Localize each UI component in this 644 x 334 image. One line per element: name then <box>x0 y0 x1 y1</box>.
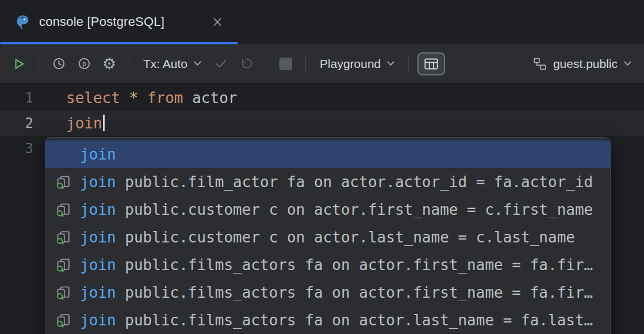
completion-item[interactable]: join public.films_actors fa on actor.las… <box>45 306 610 334</box>
clock-history-icon <box>52 57 66 70</box>
svg-text:p: p <box>82 59 86 68</box>
schema-label: guest.public <box>553 57 618 71</box>
chevron-down-icon <box>624 61 631 66</box>
join-table-icon <box>55 146 72 163</box>
code-token: join <box>66 115 102 132</box>
completion-keyword: join <box>80 229 116 246</box>
join-table-icon <box>55 256 72 274</box>
chevron-down-icon <box>194 61 201 66</box>
console-toolbar: p ⚙ Tx: Auto <box>0 44 644 84</box>
join-table-icon <box>55 229 72 246</box>
commit-button[interactable] <box>210 53 232 75</box>
gear-icon: ⚙ <box>102 56 116 71</box>
toolbar-separator <box>266 56 266 71</box>
checkmark-icon <box>214 57 228 70</box>
chevron-down-icon <box>387 61 394 66</box>
completion-item[interactable]: join public.films_actors fa on actor.fir… <box>45 251 610 279</box>
tx-mode-label: Tx: Auto <box>143 57 187 71</box>
completion-keyword: join <box>80 146 116 163</box>
completion-keyword: join <box>80 173 116 191</box>
join-table-icon <box>55 173 72 191</box>
completion-keyword: join <box>80 256 116 274</box>
toolbar-separator <box>305 56 306 71</box>
toolbar-separator <box>408 56 409 71</box>
code-token: actor <box>183 89 237 107</box>
line-number: 2 <box>0 115 33 131</box>
datagrip-console-window: console [PostgreSQL] × p ⚙ <box>0 0 644 334</box>
editor-line[interactable]: 1 select * from actor <box>0 85 644 111</box>
completion-rest: public.film_actor fa on actor.actor_id =… <box>116 173 593 191</box>
playground-label: Playground <box>320 57 381 71</box>
completion-rest: public.films_actors fa on actor.first_na… <box>116 256 593 274</box>
code-token <box>120 89 129 107</box>
completion-popup: join join public.film_actor fa on actor.… <box>45 137 611 334</box>
editor-tab-bar: console [PostgreSQL] × <box>0 0 644 44</box>
completion-item[interactable]: join public.customer c on actor.last_nam… <box>45 223 610 251</box>
code-text: select * from actor <box>66 89 237 107</box>
join-table-icon <box>55 312 72 329</box>
tab-title: console [PostgreSQL] <box>39 14 164 29</box>
completion-item[interactable]: join public.customer c on actor.first_na… <box>45 196 610 223</box>
tx-mode-dropdown[interactable]: Tx: Auto <box>138 52 206 75</box>
completion-item[interactable]: join <box>45 141 610 168</box>
stop-button[interactable] <box>275 53 297 75</box>
active-tab-underline <box>0 42 238 44</box>
settings-button[interactable]: ⚙ <box>98 53 120 75</box>
code-token: select <box>66 89 120 107</box>
schema-diagram-icon <box>533 57 547 71</box>
completion-rest: public.films_actors fa on actor.last_nam… <box>116 312 593 329</box>
run-button[interactable] <box>8 53 30 75</box>
in-editor-results-toggle[interactable] <box>417 52 445 75</box>
code-token: * <box>129 89 139 107</box>
rollback-button[interactable] <box>235 53 257 75</box>
completion-item[interactable]: join public.film_actor fa on actor.actor… <box>45 168 610 196</box>
code-token: from <box>147 89 183 107</box>
completion-keyword: join <box>80 201 116 218</box>
code-text: join <box>66 115 105 132</box>
tab-close-icon[interactable]: × <box>212 15 223 29</box>
line-number: 3 <box>0 141 33 157</box>
stop-square-icon <box>279 58 292 70</box>
table-grid-icon <box>424 58 438 70</box>
join-table-icon <box>55 201 72 218</box>
playground-dropdown[interactable]: Playground <box>315 52 400 75</box>
join-table-icon <box>55 284 72 301</box>
parameters-button[interactable]: p <box>73 53 95 75</box>
line-number: 1 <box>0 90 33 106</box>
completion-rest: public.customer c on actor.first_name = … <box>116 201 593 218</box>
completion-keyword: join <box>80 312 116 329</box>
postgresql-elephant-icon <box>15 14 30 30</box>
p-circle-icon: p <box>78 57 91 70</box>
completion-item[interactable]: join public.films_actors fa on actor.fir… <box>45 279 610 306</box>
history-button[interactable] <box>48 53 70 75</box>
completion-rest: public.films_actors fa on actor.first_na… <box>116 284 593 301</box>
editor-line[interactable]: 2 join <box>0 111 644 136</box>
toolbar-separator <box>129 56 129 71</box>
tab-console-postgresql[interactable]: console [PostgreSQL] × <box>0 0 238 44</box>
toolbar-separator <box>39 56 39 71</box>
rollback-arrow-icon <box>240 57 253 70</box>
play-icon <box>13 58 25 70</box>
completion-rest: public.customer c on actor.last_name = c… <box>116 229 575 246</box>
text-caret <box>103 115 105 131</box>
code-token <box>138 89 147 107</box>
completion-keyword: join <box>80 284 116 301</box>
schema-selector[interactable]: guest.public <box>531 52 634 75</box>
